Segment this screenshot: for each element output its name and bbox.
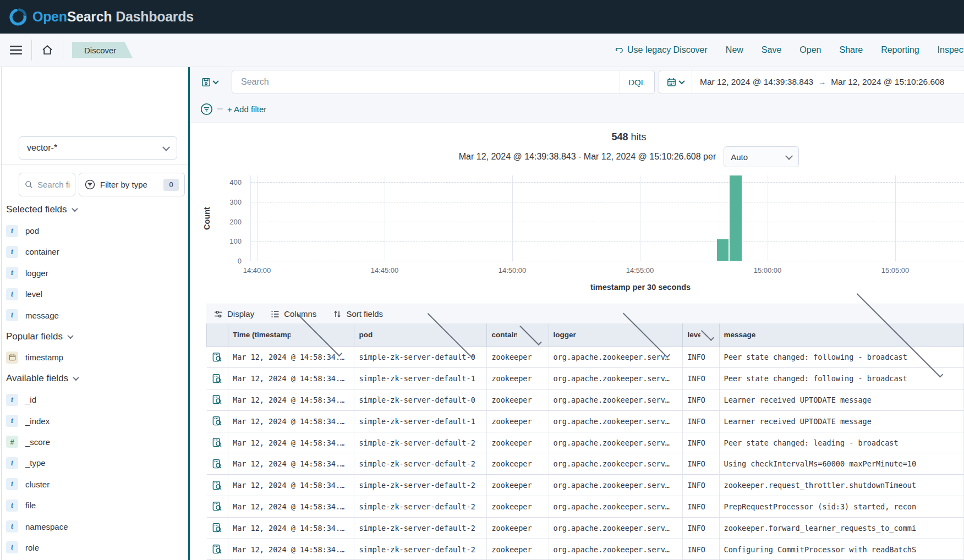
text-field-icon: t (6, 394, 18, 406)
interval-select[interactable]: Auto (724, 146, 799, 167)
menu-icon[interactable] (0, 45, 31, 55)
cell-level: INFO (683, 496, 719, 518)
date-to[interactable]: Mar 12, 2024 @ 15:10:26.608 (831, 77, 944, 87)
gridline (257, 175, 258, 261)
date-range[interactable]: Mar 12, 2024 @ 14:39:38.843 → Mar 12, 20… (692, 77, 952, 87)
expand-row-button[interactable] (207, 453, 228, 475)
column-header-level[interactable]: level (683, 323, 719, 347)
field-item-namespace[interactable]: tnamespace (0, 516, 188, 537)
x-tick-label: 15:00:00 (754, 266, 782, 274)
x-tick-label: 14:40:00 (243, 266, 271, 274)
field-item-cluster[interactable]: tcluster (0, 474, 188, 495)
y-tick-label: 0 (238, 257, 242, 265)
column-header-logger[interactable]: logger (549, 323, 683, 347)
filter-by-type-button[interactable]: Filter by type 0 (79, 173, 185, 196)
field-item-_id[interactable]: t_id (0, 389, 188, 410)
search-input[interactable] (232, 77, 619, 87)
field-name: level (25, 289, 42, 299)
cell-logger: org.apache.zookeeper.serv… (549, 453, 683, 475)
date-from[interactable]: Mar 12, 2024 @ 14:39:38.843 (700, 77, 813, 87)
cell-container: zookeeper (487, 368, 549, 389)
toolbar-link-inspect[interactable]: Inspect (938, 45, 964, 55)
field-section-popular-fields[interactable]: Popular fields (0, 326, 188, 347)
histogram-bar-14:58:30[interactable] (730, 175, 741, 261)
toolbar-link-reporting[interactable]: Reporting (881, 45, 919, 55)
field-item-_type[interactable]: t_type (0, 453, 188, 474)
column-header-time-timestamp-[interactable]: Time (timestamp) (228, 323, 354, 347)
breadcrumb-discover[interactable]: Discover (72, 42, 133, 58)
field-search-input[interactable] (37, 180, 70, 189)
cell-message: Configuring CommitProcessor with readBat… (719, 539, 963, 560)
table-row: Mar 12, 2024 @ 14:58:34.…simple-zk-serve… (207, 389, 964, 411)
cell-level: INFO (683, 432, 719, 453)
expand-row-button[interactable] (207, 496, 228, 518)
table-row: Mar 12, 2024 @ 14:58:34.…simple-zk-serve… (207, 347, 964, 368)
expand-row-button[interactable] (207, 539, 228, 560)
cell-pod: simple-zk-server-default-1 (354, 368, 487, 389)
cell-time: Mar 12, 2024 @ 14:58:34.… (228, 496, 354, 518)
field-item-pod[interactable]: tpod (0, 220, 188, 241)
columns-button[interactable]: Columns (271, 309, 316, 319)
column-header-container[interactable]: container (487, 323, 549, 347)
column-header-message[interactable]: message (719, 323, 963, 347)
field-item-level[interactable]: tlevel (0, 284, 188, 305)
toolbar-link-save[interactable]: Save (762, 45, 781, 55)
search-bar: DQL (232, 70, 655, 94)
column-header-pod[interactable]: pod (354, 323, 487, 347)
toolbar-link-use-legacy-discover[interactable]: Use legacy Discover (615, 45, 708, 55)
cell-logger: org.apache.zookeeper.serv… (549, 368, 683, 389)
inspect-document-icon (212, 544, 222, 554)
gridline (251, 182, 964, 183)
field-section-selected-fields[interactable]: Selected fields (0, 199, 188, 220)
table-row: Mar 12, 2024 @ 14:58:34.…simple-zk-serve… (207, 368, 964, 389)
field-item-role[interactable]: trole (0, 537, 188, 558)
field-item-container[interactable]: tcontainer (0, 241, 188, 262)
toolbar-link-new[interactable]: New (726, 45, 743, 55)
field-name: namespace (25, 522, 68, 531)
field-name: _id (25, 395, 36, 404)
table-row: Mar 12, 2024 @ 14:58:34.…simple-zk-serve… (207, 475, 964, 496)
field-item-message[interactable]: tmessage (0, 305, 188, 326)
expand-column-header (207, 323, 228, 347)
expand-row-button[interactable] (207, 432, 228, 453)
calendar-button[interactable] (659, 78, 692, 87)
index-pattern-select[interactable]: vector-* (19, 136, 177, 160)
x-tick-label: 14:50:00 (499, 266, 527, 274)
field-item-_score[interactable]: #_score (0, 431, 188, 452)
sort-fields-button[interactable]: Sort fields (333, 309, 383, 319)
field-item-file[interactable]: tfile (0, 495, 188, 515)
chevron-down-icon (212, 78, 218, 84)
add-filter-button[interactable]: + Add filter (227, 105, 266, 114)
home-icon[interactable] (32, 44, 63, 56)
toolbar-link-open[interactable]: Open (799, 45, 821, 55)
field-section-available-fields[interactable]: Available fields (0, 368, 188, 389)
field-name: timestamp (25, 353, 63, 362)
chevron-down-icon (519, 323, 541, 345)
expand-row-button[interactable] (207, 475, 228, 496)
toolbar-link-share[interactable]: Share (839, 45, 863, 55)
expand-row-button[interactable] (207, 410, 228, 432)
saved-query-button[interactable] (201, 74, 227, 90)
expand-row-button[interactable] (207, 347, 228, 368)
inspect-document-icon (212, 352, 222, 363)
arrow-right-icon: → (818, 78, 826, 86)
query-language-button[interactable]: DQL (619, 70, 654, 94)
field-item-_index[interactable]: t_index (0, 410, 188, 431)
histogram-plot[interactable]: 14:40:0014:45:0014:50:0014:55:0015:00:00… (250, 175, 964, 261)
expand-row-button[interactable] (207, 389, 228, 411)
chevron-down-icon (73, 375, 79, 381)
histogram-bar-14:58:00[interactable] (717, 239, 729, 261)
field-item-timestamp[interactable]: timestamp (0, 347, 188, 368)
display-button[interactable]: Display (214, 309, 254, 319)
inspect-document-icon (212, 394, 222, 405)
filter-icon[interactable] (200, 103, 213, 116)
expand-row-button[interactable] (207, 368, 228, 389)
field-item-logger[interactable]: tlogger (0, 262, 188, 283)
table-toolbar: DisplayColumnsSort fields (206, 304, 964, 323)
cell-logger: org.apache.zookeeper.serv… (549, 432, 683, 453)
x-tick-label: 14:55:00 (626, 266, 654, 274)
cell-level: INFO (683, 539, 719, 560)
index-pattern-value: vector-* (27, 143, 57, 153)
cell-message: PrepRequestProcessor (sid:3) started, re… (719, 496, 963, 518)
expand-row-button[interactable] (207, 517, 228, 539)
